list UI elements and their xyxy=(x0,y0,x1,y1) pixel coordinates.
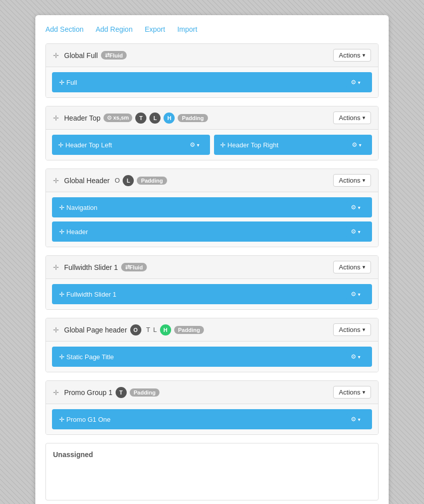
badge-padding: Padding xyxy=(174,326,204,334)
section-body: ✛ Fullwidth Slider 1 ⚙ xyxy=(46,279,378,309)
unassigned-block: Unassigned xyxy=(45,443,379,500)
section-body: ✛ Header Top Left ⚙ ✛ Header Top Right ⚙ xyxy=(46,130,378,160)
badge-t-text: T xyxy=(146,326,150,333)
section-header-left: ✛ Global Full Fluid xyxy=(53,51,127,60)
region-btn-navigation[interactable]: ✛ Navigation ⚙ xyxy=(52,197,372,217)
gear-dropdown-right[interactable]: ⚙ xyxy=(347,139,366,151)
badge-l-text: L xyxy=(153,326,157,333)
region-header-top-right: ✛ Header Top Right ⚙ xyxy=(214,135,372,155)
section-body: ✛ Promo G1 One ⚙ xyxy=(46,404,378,434)
badge-fluid: Fluid xyxy=(101,51,127,60)
section-promo-group-1: ✛ Promo Group 1 T Padding Actions ✛ Prom… xyxy=(45,380,379,435)
drag-handle-icon: ✛ xyxy=(53,177,59,185)
unassigned-body xyxy=(53,463,371,493)
badge-h: H xyxy=(164,113,175,124)
gear-dropdown[interactable]: ⚙ xyxy=(346,351,365,363)
region-row-header: ✛ Header ⚙ xyxy=(52,221,372,242)
region-label: ✛ Promo G1 One xyxy=(59,416,111,423)
region-btn-static-page-title[interactable]: ✛ Static Page Title ⚙ xyxy=(52,347,372,367)
section-header-fullwidth-slider: ✛ Fullwidth Slider 1 Fluid Actions xyxy=(46,256,378,279)
top-nav: Add Section Add Region Export Import xyxy=(45,25,379,33)
badge-o: O xyxy=(130,324,141,335)
gear-dropdown-left[interactable]: ⚙ xyxy=(185,139,204,151)
region-label: ✛ Full xyxy=(59,79,77,86)
section-title: Global Header xyxy=(64,177,110,185)
section-header-left: ✛ Fullwidth Slider 1 Fluid xyxy=(53,263,147,271)
section-body: ✛ Static Page Title ⚙ xyxy=(46,342,378,372)
actions-button[interactable]: Actions xyxy=(333,323,371,336)
region-row-fullwidth: ✛ Fullwidth Slider 1 ⚙ xyxy=(52,284,372,304)
drag-handle-icon: ✛ xyxy=(53,114,59,122)
gear-dropdown[interactable]: ⚙ xyxy=(346,201,365,213)
section-header-global-full: ✛ Global Full Fluid Actions xyxy=(46,44,378,67)
section-header-header-top: ✛ Header Top ⊙ xs,sm T L H Padding Actio… xyxy=(46,106,378,130)
badge-fluid: Fluid xyxy=(121,263,147,271)
import-link[interactable]: Import xyxy=(177,25,197,33)
region-btn-promo-g1-one[interactable]: ✛ Promo G1 One ⚙ xyxy=(52,409,372,429)
section-global-header: ✛ Global Header O L Padding Actions ✛ Na… xyxy=(45,169,379,247)
section-header-global-page-header: ✛ Global Page header O T L H Padding Act… xyxy=(46,318,378,342)
badge-padding: Padding xyxy=(137,177,167,185)
export-link[interactable]: Export xyxy=(145,25,165,33)
badge-h: H xyxy=(160,324,171,335)
badge-l: L xyxy=(149,113,161,124)
section-header-global-header: ✛ Global Header O L Padding Actions xyxy=(46,169,378,192)
gear-dropdown[interactable]: ⚙ xyxy=(346,76,365,88)
gear-dropdown[interactable]: ⚙ xyxy=(346,226,365,238)
drag-handle-icon: ✛ xyxy=(53,263,59,271)
section-title: Global Full xyxy=(64,51,98,60)
badge-padding: Padding xyxy=(130,388,160,397)
badge-o-text: O xyxy=(115,177,120,184)
badge-t: T xyxy=(116,387,127,398)
section-global-full: ✛ Global Full Fluid Actions ✛ Full ⚙ xyxy=(45,43,379,98)
badge-padding: Padding xyxy=(178,114,207,122)
gear-dropdown[interactable]: ⚙ xyxy=(346,288,365,300)
section-body: ✛ Navigation ⚙ ✛ Header ⚙ xyxy=(46,192,378,247)
region-label: ✛ Header Top Left xyxy=(58,141,112,149)
region-btn-header[interactable]: ✛ Header ⚙ xyxy=(52,221,372,242)
actions-button[interactable]: Actions xyxy=(333,386,371,399)
section-header-left: ✛ Header Top ⊙ xs,sm T L H Padding xyxy=(53,113,208,124)
region-btn-fullwidth[interactable]: ✛ Fullwidth Slider 1 ⚙ xyxy=(52,284,372,304)
actions-button[interactable]: Actions xyxy=(333,49,371,62)
main-container: Add Section Add Region Export Import ✛ G… xyxy=(35,15,389,504)
section-header-top: ✛ Header Top ⊙ xs,sm T L H Padding Actio… xyxy=(45,106,379,160)
region-label: ✛ Navigation xyxy=(59,204,97,211)
section-body: ✛ Full ⚙ xyxy=(46,67,378,97)
region-label: ✛ Header xyxy=(59,228,88,236)
region-header-top-left: ✛ Header Top Left ⚙ xyxy=(52,135,210,155)
region-row-static-page-title: ✛ Static Page Title ⚙ xyxy=(52,347,372,367)
section-title: Global Page header xyxy=(64,326,127,334)
gear-dropdown[interactable]: ⚙ xyxy=(346,413,365,425)
section-global-page-header: ✛ Global Page header O T L H Padding Act… xyxy=(45,318,379,372)
actions-button[interactable]: Actions xyxy=(333,261,371,273)
region-row-navigation: ✛ Navigation ⚙ xyxy=(52,197,372,217)
region-label: ✛ Fullwidth Slider 1 xyxy=(59,291,117,298)
section-header-left: ✛ Promo Group 1 T Padding xyxy=(53,387,160,398)
section-header-left: ✛ Global Page header O T L H Padding xyxy=(53,324,204,335)
region-row-full: ✛ Full ⚙ xyxy=(52,72,372,92)
drag-handle-icon: ✛ xyxy=(53,326,59,334)
region-btn-full[interactable]: ✛ Full ⚙ xyxy=(52,72,372,92)
drag-handle-icon: ✛ xyxy=(53,388,59,397)
section-title: Promo Group 1 xyxy=(64,388,113,397)
badge-xs-sm: ⊙ xs,sm xyxy=(103,114,132,122)
section-title: Header Top xyxy=(64,114,100,122)
drag-handle-icon: ✛ xyxy=(53,51,59,60)
region-row-promo-g1-one: ✛ Promo G1 One ⚙ xyxy=(52,409,372,429)
region-label: ✛ Static Page Title xyxy=(59,353,114,361)
actions-button[interactable]: Actions xyxy=(333,111,371,124)
badge-t: T xyxy=(135,113,146,124)
section-header-promo-group-1: ✛ Promo Group 1 T Padding Actions xyxy=(46,381,378,404)
region-label: ✛ Header Top Right xyxy=(220,141,279,149)
unassigned-title: Unassigned xyxy=(53,451,371,459)
section-title: Fullwidth Slider 1 xyxy=(64,263,118,271)
section-header-left: ✛ Global Header O L Padding xyxy=(53,175,167,186)
section-fullwidth-slider: ✛ Fullwidth Slider 1 Fluid Actions ✛ Ful… xyxy=(45,255,379,310)
add-region-link[interactable]: Add Region xyxy=(96,25,133,33)
region-row-split: ✛ Header Top Left ⚙ ✛ Header Top Right ⚙ xyxy=(52,135,372,155)
actions-button[interactable]: Actions xyxy=(333,174,371,187)
add-section-link[interactable]: Add Section xyxy=(45,25,84,33)
badge-l: L xyxy=(123,175,134,186)
